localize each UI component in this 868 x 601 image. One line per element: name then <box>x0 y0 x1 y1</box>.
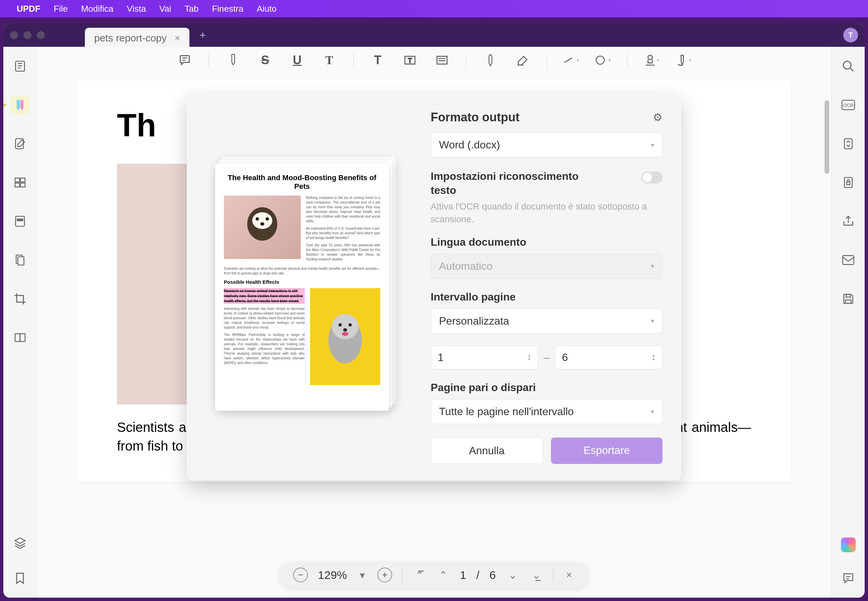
zoom-in-button[interactable]: + <box>378 567 392 582</box>
user-avatar[interactable]: T <box>843 28 858 43</box>
scrollbar-thumb[interactable] <box>825 100 829 174</box>
eraser-icon[interactable] <box>515 52 531 68</box>
format-value: Word (.docx) <box>439 139 500 151</box>
ai-assistant-icon[interactable] <box>841 537 856 552</box>
preview-text: Scientists are looking at what the poten… <box>224 266 380 276</box>
first-page-icon[interactable]: ⌃̅ <box>413 569 426 581</box>
page-current-input[interactable]: 1 <box>460 569 466 582</box>
svg-rect-41 <box>846 294 850 297</box>
settings-gear-icon[interactable]: ⚙ <box>653 111 662 124</box>
svg-rect-16 <box>437 56 447 64</box>
chevron-down-icon: ▾ <box>651 317 654 325</box>
page-to-input[interactable]: 6 ▲▼ <box>555 346 662 369</box>
organize-tool-icon[interactable] <box>11 173 29 192</box>
menu-edit[interactable]: Modifica <box>81 4 114 14</box>
highlighter-icon[interactable] <box>225 52 241 68</box>
note-icon[interactable] <box>177 52 193 68</box>
menu-view[interactable]: Vista <box>127 4 146 14</box>
email-icon[interactable] <box>839 251 857 269</box>
pencil-icon[interactable] <box>483 52 498 68</box>
preview-title: The Health and Mood-Boosting Benefits of… <box>224 174 380 191</box>
reader-tool-icon[interactable] <box>11 57 29 76</box>
next-page-icon[interactable]: ⌄ <box>506 569 519 581</box>
annotation-toolbar: S U T T T ▾ ▾ ▾ ▾ <box>37 47 831 73</box>
preview-subheading: Possible Health Effects <box>224 279 380 285</box>
language-select[interactable]: Automatico ▾ <box>431 254 662 279</box>
maximize-window-button[interactable] <box>37 31 45 39</box>
search-icon[interactable] <box>839 57 857 76</box>
svg-point-24 <box>256 217 259 221</box>
menu-file[interactable]: File <box>54 4 68 14</box>
convert-icon[interactable] <box>839 134 857 153</box>
prev-page-icon[interactable]: ⌃ <box>436 569 450 581</box>
minimize-window-button[interactable] <box>23 31 31 39</box>
stepper-icon[interactable]: ▲▼ <box>527 353 531 362</box>
preview-image-dog1 <box>224 195 301 259</box>
save-icon[interactable] <box>839 290 857 308</box>
odd-even-label: Pagine pari o dispari <box>431 381 662 394</box>
ocr-toggle[interactable] <box>641 171 662 183</box>
svg-point-23 <box>252 212 272 229</box>
shape-icon[interactable]: ▾ <box>595 52 611 68</box>
export-button[interactable]: Esportare <box>551 438 662 464</box>
edit-tool-icon[interactable] <box>11 134 29 153</box>
zoom-value[interactable]: 129% <box>318 569 347 582</box>
line-icon[interactable]: ▾ <box>563 52 579 68</box>
svg-rect-1 <box>17 100 20 108</box>
signature-icon[interactable]: ▾ <box>676 52 691 68</box>
protect-icon[interactable] <box>839 173 857 192</box>
page-range-select[interactable]: Personalizzata ▾ <box>431 308 662 334</box>
chat-icon[interactable] <box>839 569 857 587</box>
export-preview: The Health and Mood-Boosting Benefits of… <box>187 94 417 480</box>
last-page-icon[interactable]: ⌄̲ <box>530 569 543 581</box>
stamp-icon[interactable]: ▾ <box>644 52 659 68</box>
preview-text: Nothing compares to the joy of coming ho… <box>306 195 380 224</box>
menu-help[interactable]: Aiuto <box>257 4 276 14</box>
page-controls-bar: − 129% ▾ + ⌃̅ ⌃ 1 / 6 ⌄ ⌄̲ × <box>280 562 588 587</box>
document-tab[interactable]: pets report-copy × <box>85 28 189 49</box>
svg-rect-4 <box>15 178 19 182</box>
format-select[interactable]: Word (.docx) ▾ <box>431 133 662 157</box>
bookmark-icon[interactable] <box>11 569 29 587</box>
new-tab-button[interactable]: + <box>199 29 206 41</box>
svg-point-32 <box>342 332 349 336</box>
strikethrough-icon[interactable]: S <box>257 52 273 68</box>
stepper-icon[interactable]: ▲▼ <box>652 353 655 362</box>
ocr-icon[interactable]: OCR <box>839 96 857 114</box>
separator <box>553 568 554 582</box>
squiggly-icon[interactable]: T <box>321 52 337 68</box>
menu-go[interactable]: Vai <box>159 4 171 14</box>
text-icon[interactable]: T <box>370 52 386 68</box>
svg-rect-9 <box>17 219 23 221</box>
close-window-button[interactable] <box>10 31 18 39</box>
compare-tool-icon[interactable] <box>11 328 29 347</box>
page-to-value: 6 <box>562 351 568 364</box>
zoom-dropdown-icon[interactable]: ▾ <box>357 569 367 581</box>
share-icon[interactable] <box>839 212 857 230</box>
cancel-button[interactable]: Annulla <box>431 438 543 464</box>
textbox-icon[interactable]: T <box>402 52 418 68</box>
comment-tool-icon[interactable] <box>11 96 29 114</box>
odd-even-select[interactable]: Tutte le pagine nell'intervallo ▾ <box>431 399 662 424</box>
redact-tool-icon[interactable] <box>11 212 29 230</box>
svg-rect-8 <box>15 216 24 226</box>
crop-tool-icon[interactable] <box>11 290 29 308</box>
page-tool-icon[interactable] <box>11 251 29 269</box>
svg-point-29 <box>338 323 342 326</box>
separator <box>402 568 403 582</box>
svg-rect-5 <box>20 178 25 182</box>
layers-icon[interactable] <box>11 534 29 552</box>
app-menu[interactable]: UPDF <box>17 4 40 14</box>
zoom-out-button[interactable]: − <box>293 567 308 582</box>
underline-icon[interactable]: U <box>289 52 305 68</box>
callout-icon[interactable] <box>434 52 450 68</box>
language-label: Lingua documento <box>431 236 662 249</box>
menu-window[interactable]: Finestra <box>212 4 243 14</box>
close-tab-icon[interactable]: × <box>175 33 180 43</box>
right-sidebar: OCR <box>831 47 865 598</box>
close-bar-icon[interactable]: × <box>563 569 575 581</box>
page-from-input[interactable]: 1 ▲▼ <box>431 346 538 369</box>
menu-tab[interactable]: Tab <box>185 4 199 14</box>
page-from-value: 1 <box>438 351 444 364</box>
svg-rect-38 <box>847 182 850 185</box>
